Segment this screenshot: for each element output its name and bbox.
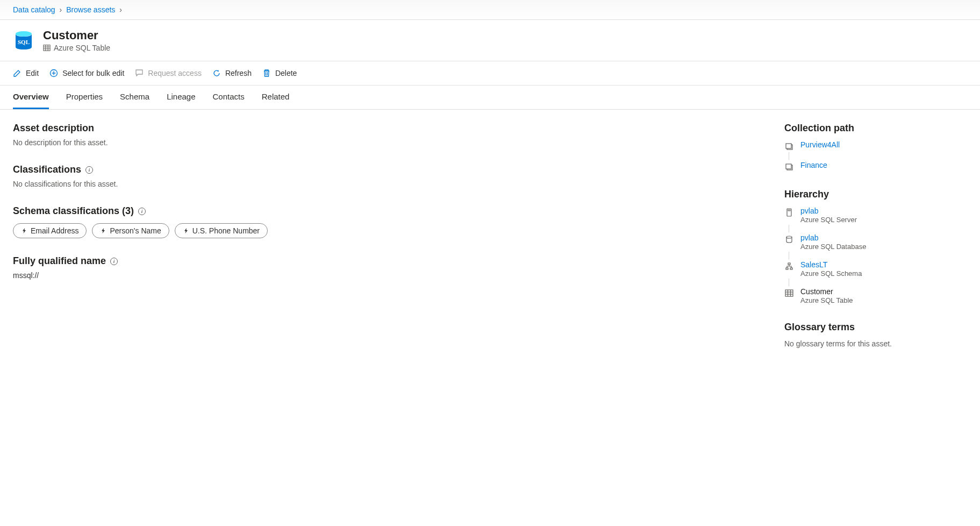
collection-link-finance[interactable]: Finance — [800, 161, 827, 169]
refresh-label: Refresh — [225, 69, 252, 77]
collection-link-root[interactable]: Purview4All — [800, 140, 840, 149]
info-icon[interactable]: i — [138, 208, 146, 215]
hierarchy-link-server[interactable]: pvlab — [800, 207, 857, 215]
glossary-section: Glossary terms No glossary terms for thi… — [784, 322, 967, 348]
glossary-title: Glossary terms — [784, 322, 967, 333]
tab-lineage[interactable]: Lineage — [167, 86, 195, 109]
svg-rect-2 — [44, 45, 50, 51]
path-connector: │ — [784, 251, 794, 260]
tab-properties[interactable]: Properties — [66, 86, 103, 109]
breadcrumb-link-catalog[interactable]: Data catalog — [13, 5, 55, 14]
svg-rect-11 — [786, 144, 791, 148]
hierarchy-type: Azure SQL Schema — [800, 269, 862, 278]
bulk-edit-label: Select for bulk edit — [62, 69, 124, 77]
classification-chip-name[interactable]: Person's Name — [92, 223, 169, 238]
request-access-button: Request access — [135, 67, 202, 80]
info-icon[interactable]: i — [85, 166, 93, 174]
collection-icon — [784, 141, 794, 151]
fqn-title: Fully qualified name — [13, 255, 106, 267]
asset-header: SQL Customer Azure SQL Table — [0, 20, 980, 61]
hierarchy-type: Azure SQL Table — [800, 296, 853, 304]
chevron-right-icon: › — [60, 5, 62, 14]
delete-button[interactable]: Delete — [262, 67, 297, 80]
hierarchy-section: Hierarchy pvlab Azure SQL Server │ pvlab… — [784, 189, 967, 304]
svg-rect-20 — [785, 290, 793, 296]
svg-rect-15 — [788, 210, 790, 211]
pencil-icon — [13, 69, 22, 77]
chip-label: Person's Name — [110, 226, 161, 235]
fqn-section: Fully qualified name i mssql:// — [13, 255, 759, 280]
tab-related[interactable]: Related — [262, 86, 290, 109]
breadcrumb: Data catalog › Browse assets › — [0, 0, 980, 20]
svg-rect-18 — [786, 268, 788, 269]
tab-overview[interactable]: Overview — [13, 86, 49, 109]
asset-description-text: No description for this asset. — [13, 138, 759, 147]
lightning-icon — [100, 228, 106, 234]
svg-point-0 — [16, 31, 32, 37]
table-icon — [784, 288, 794, 298]
schema-classifications-section: Schema classifications (3) i Email Addre… — [13, 205, 759, 238]
edit-label: Edit — [26, 69, 39, 77]
page-title: Customer — [43, 29, 110, 42]
collection-icon — [784, 162, 794, 172]
path-connector: │ — [784, 224, 794, 233]
chevron-right-icon: › — [119, 5, 122, 14]
side-column: Collection path Purview4All │ Finance Hi… — [784, 123, 967, 365]
classifications-text: No classifications for this asset. — [13, 180, 759, 188]
schema-icon — [784, 261, 794, 271]
toolbar: Edit Select for bulk edit Request access… — [0, 61, 980, 86]
svg-point-16 — [786, 236, 792, 238]
svg-rect-17 — [788, 263, 790, 265]
info-icon[interactable]: i — [110, 258, 118, 265]
classification-chip-email[interactable]: Email Address — [13, 223, 87, 238]
svg-rect-19 — [790, 268, 792, 269]
classifications-section: Classifications i No classifications for… — [13, 164, 759, 188]
fqn-value: mssql:// — [13, 271, 759, 280]
hierarchy-current-label: Customer — [800, 287, 853, 296]
asset-description-section: Asset description No description for thi… — [13, 123, 759, 147]
path-connector: │ — [784, 151, 794, 161]
lightning-icon — [21, 228, 27, 234]
schema-classifications-title: Schema classifications (3) — [13, 205, 134, 217]
comment-icon — [135, 69, 144, 77]
sql-database-icon: SQL — [13, 30, 34, 51]
collection-path-section: Collection path Purview4All │ Finance — [784, 123, 967, 172]
tab-contacts[interactable]: Contacts — [213, 86, 245, 109]
hierarchy-type: Azure SQL Database — [800, 243, 866, 251]
lightning-icon — [183, 228, 189, 234]
bulk-edit-button[interactable]: Select for bulk edit — [49, 67, 124, 80]
request-access-label: Request access — [148, 69, 202, 77]
delete-label: Delete — [275, 69, 297, 77]
asset-description-title: Asset description — [13, 123, 759, 134]
breadcrumb-link-browse[interactable]: Browse assets — [66, 5, 115, 14]
database-icon — [784, 234, 794, 244]
path-connector: │ — [784, 278, 794, 287]
server-icon — [784, 208, 794, 217]
collection-path-title: Collection path — [784, 123, 967, 134]
classification-chip-phone[interactable]: U.S. Phone Number — [175, 223, 268, 238]
trash-icon — [262, 69, 271, 77]
hierarchy-type: Azure SQL Server — [800, 216, 857, 224]
plus-circle-icon — [49, 69, 58, 77]
tab-schema[interactable]: Schema — [120, 86, 149, 109]
table-icon — [43, 44, 51, 52]
svg-text:SQL: SQL — [18, 39, 30, 45]
content-area: Asset description No description for thi… — [0, 110, 980, 378]
refresh-button[interactable]: Refresh — [212, 67, 252, 80]
hierarchy-link-database[interactable]: pvlab — [800, 233, 866, 242]
svg-rect-13 — [786, 164, 791, 169]
tabs: Overview Properties Schema Lineage Conta… — [0, 86, 980, 110]
glossary-text: No glossary terms for this asset. — [784, 339, 967, 348]
asset-type-label: Azure SQL Table — [54, 44, 110, 52]
main-column: Asset description No description for thi… — [13, 123, 759, 365]
chip-label: Email Address — [31, 226, 78, 235]
chip-label: U.S. Phone Number — [192, 226, 260, 235]
hierarchy-title: Hierarchy — [784, 189, 967, 200]
edit-button[interactable]: Edit — [13, 67, 39, 80]
refresh-icon — [212, 69, 221, 77]
classifications-title: Classifications — [13, 164, 81, 175]
hierarchy-link-schema[interactable]: SalesLT — [800, 260, 862, 269]
